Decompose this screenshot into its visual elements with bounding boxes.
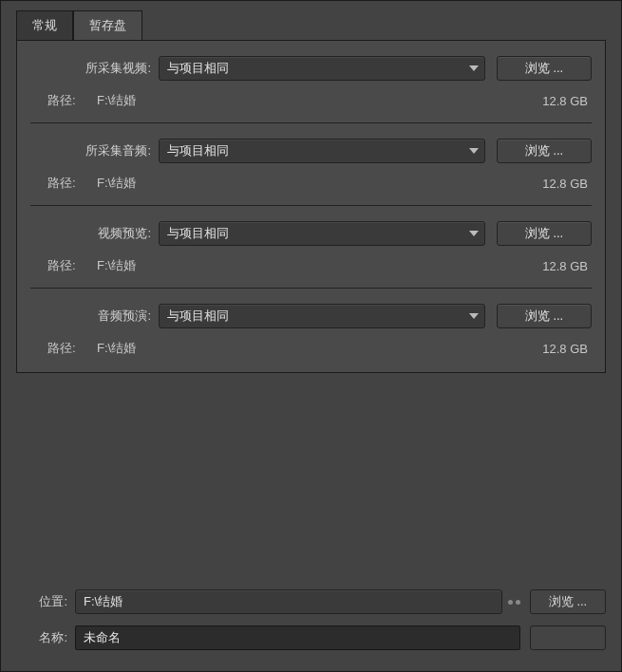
video-preview-browse-button[interactable]: 浏览 ...: [497, 221, 592, 246]
scratch-panel: 所采集视频: 与项目相同 浏览 ... 路径: F:\结婚 12.8 GB 所采…: [16, 40, 606, 373]
chevron-down-icon: [469, 313, 479, 319]
video-preview-path: F:\结婚: [97, 257, 506, 274]
video-preview-dropdown[interactable]: 与项目相同: [159, 221, 485, 246]
captured-video-size: 12.8 GB: [506, 94, 592, 108]
bottom-area: 位置: F:\结婚 浏览 ... 名称: 未命名: [1, 572, 621, 671]
section-audio-preview: 音频预演: 与项目相同 浏览 ... 路径: F:\结婚 12.8 GB: [30, 288, 592, 357]
video-preview-dropdown-value: 与项目相同: [167, 225, 229, 242]
path-label: 路径:: [30, 92, 97, 109]
audio-preview-dropdown-value: 与项目相同: [167, 308, 229, 325]
captured-audio-dropdown[interactable]: 与项目相同: [159, 139, 485, 163]
name-label: 名称:: [16, 629, 75, 646]
audio-preview-path: F:\结婚: [97, 340, 506, 357]
section-captured-video: 所采集视频: 与项目相同 浏览 ... 路径: F:\结婚 12.8 GB: [30, 56, 592, 109]
video-preview-label: 视频预览:: [30, 225, 159, 242]
captured-audio-path: F:\结婚: [97, 175, 506, 192]
tab-scratch-disks[interactable]: 暂存盘: [73, 10, 142, 40]
path-label: 路径:: [30, 257, 97, 274]
captured-audio-dropdown-value: 与项目相同: [167, 142, 229, 159]
captured-video-browse-button[interactable]: 浏览 ...: [497, 56, 592, 81]
path-label: 路径:: [30, 175, 97, 192]
captured-video-dropdown[interactable]: 与项目相同: [159, 56, 485, 81]
tabs: 常规 暂存盘: [1, 1, 621, 40]
chevron-down-icon: [469, 148, 479, 154]
audio-preview-size: 12.8 GB: [506, 342, 592, 356]
dots-icon: [508, 600, 520, 605]
path-label: 路径:: [30, 340, 97, 357]
captured-video-path: F:\结婚: [97, 92, 506, 109]
footer-button[interactable]: [530, 625, 606, 650]
location-browse-button[interactable]: 浏览 ...: [530, 589, 606, 614]
chevron-down-icon: [469, 231, 479, 236]
audio-preview-label: 音频预演:: [30, 308, 159, 325]
captured-audio-size: 12.8 GB: [506, 177, 592, 191]
captured-video-label: 所采集视频:: [30, 60, 159, 77]
location-label: 位置:: [16, 593, 75, 610]
name-input-value: 未命名: [84, 629, 121, 646]
location-dropdown[interactable]: F:\结婚: [75, 589, 502, 614]
captured-video-dropdown-value: 与项目相同: [167, 60, 229, 77]
audio-preview-dropdown[interactable]: 与项目相同: [159, 304, 485, 328]
video-preview-size: 12.8 GB: [506, 259, 592, 273]
audio-preview-browse-button[interactable]: 浏览 ...: [497, 304, 592, 328]
captured-audio-browse-button[interactable]: 浏览 ...: [497, 139, 592, 163]
location-value: F:\结婚: [84, 593, 123, 610]
tab-general[interactable]: 常规: [16, 10, 73, 40]
section-video-preview: 视频预览: 与项目相同 浏览 ... 路径: F:\结婚 12.8 GB: [30, 205, 592, 274]
project-settings-window: 常规 暂存盘 所采集视频: 与项目相同 浏览 ... 路径: F:\结婚 12.…: [0, 0, 622, 672]
captured-audio-label: 所采集音频:: [30, 142, 159, 159]
name-input[interactable]: 未命名: [75, 625, 520, 650]
section-captured-audio: 所采集音频: 与项目相同 浏览 ... 路径: F:\结婚 12.8 GB: [30, 122, 592, 192]
chevron-down-icon: [469, 65, 479, 71]
